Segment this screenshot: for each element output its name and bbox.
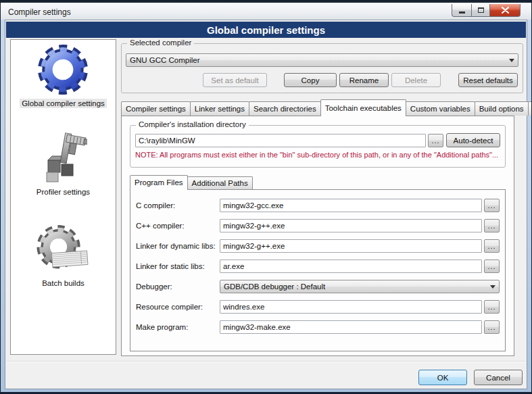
blue-gear-icon <box>37 43 89 97</box>
title-bar[interactable]: Compiler settings <box>1 1 531 20</box>
minimize-button[interactable] <box>452 4 471 17</box>
close-icon <box>502 7 509 14</box>
compiler-settings-dialog: Compiler settings Global compiler settin… <box>0 0 532 394</box>
reset-defaults-button[interactable]: Reset defaults <box>458 73 518 87</box>
sidebar-item-label: Global compiler settings <box>20 99 107 108</box>
field-row-make-program: Make program: ... <box>136 320 500 334</box>
rename-button[interactable]: Rename <box>339 73 389 87</box>
dialog-footer: OK Cancel <box>7 361 525 389</box>
tab-program-files[interactable]: Program Files <box>130 175 188 190</box>
browse-cpp-compiler-button[interactable]: ... <box>484 219 500 232</box>
c-compiler-input[interactable] <box>220 199 482 212</box>
selected-compiler-legend: Selected compiler <box>127 39 194 47</box>
selected-compiler-group: Selected compiler GNU GCC Compiler Set a… <box>121 43 523 93</box>
ok-button[interactable]: OK <box>418 370 467 385</box>
chevron-down-icon <box>509 59 514 62</box>
c-compiler-label: C compiler: <box>136 201 220 210</box>
chevron-down-icon <box>490 285 495 289</box>
field-row-resource-compiler: Resource compiler: ... <box>136 300 500 314</box>
resource-compiler-input[interactable] <box>220 300 482 314</box>
make-program-label: Make program: <box>136 323 220 331</box>
browse-make-program-button[interactable]: ... <box>484 320 500 334</box>
field-row-cpp-compiler: C++ compiler: ... <box>136 219 500 232</box>
minimize-icon <box>459 11 465 14</box>
page-header: Global compiler settings <box>6 22 526 38</box>
make-program-input[interactable] <box>220 320 482 334</box>
tab-toolchain-executables[interactable]: Toolchain executables <box>320 99 406 116</box>
browse-resource-compiler-button[interactable]: ... <box>484 300 500 314</box>
gray-gear-icon <box>36 222 91 276</box>
static-linker-input[interactable] <box>220 260 482 273</box>
main-panel: Selected compiler GNU GCC Compiler Set a… <box>121 43 523 356</box>
toolchain-executables-panel: Compiler's installation directory ... Au… <box>121 116 514 356</box>
sidebar-item-profiler-settings[interactable]: Profiler settings <box>34 131 92 197</box>
dialog-body: Global compiler settings <box>5 20 527 389</box>
sidebar-item-global-compiler-settings[interactable]: Global compiler settings <box>20 43 107 108</box>
field-row-static-linker: Linker for static libs: ... <box>136 260 500 273</box>
window-title: Compiler settings <box>8 7 71 17</box>
browse-c-compiler-button[interactable]: ... <box>484 199 500 212</box>
delete-button: Delete <box>391 73 441 87</box>
tab-search-directories[interactable]: Search directories <box>249 101 321 116</box>
field-row-debugger: Debugger: GDB/CDB debugger : Default <box>136 280 500 293</box>
close-button[interactable] <box>490 4 521 17</box>
compiler-select-value: GNU GCC Compiler <box>130 56 200 64</box>
settings-tabstrip: Compiler settings Linker settings Search… <box>121 99 514 116</box>
compiler-select[interactable]: GNU GCC Compiler <box>126 53 518 67</box>
maximize-button[interactable] <box>471 4 490 17</box>
tab-clipped[interactable] <box>528 101 532 116</box>
sidebar-item-batch-builds[interactable]: Batch builds <box>36 222 91 288</box>
compiler-actions: Set as default Copy Rename Delete Reset … <box>126 73 518 87</box>
installation-directory-legend: Compiler's installation directory <box>136 120 249 128</box>
set-as-default-button: Set as default <box>203 73 267 87</box>
debugger-select[interactable]: GDB/CDB debugger : Default <box>220 280 500 293</box>
bin-subdirectory-note: NOTE: All programs must exist either in … <box>135 151 500 159</box>
maximize-icon <box>478 7 484 13</box>
cpp-compiler-label: C++ compiler: <box>136 222 220 230</box>
browse-dynamic-linker-button[interactable]: ... <box>484 239 500 253</box>
cancel-button[interactable]: Cancel <box>474 370 523 385</box>
static-linker-label: Linker for static libs: <box>136 262 220 270</box>
sidebar-item-label: Batch builds <box>40 278 87 288</box>
program-files-tabstrip: Program Files Additional Paths <box>130 174 506 189</box>
browse-static-linker-button[interactable]: ... <box>484 260 500 273</box>
caliper-icon <box>39 131 87 185</box>
cpp-compiler-input[interactable] <box>220 219 482 232</box>
program-files-panel: C compiler: ... C++ compiler: ... Linker… <box>130 189 506 351</box>
page-title: Global compiler settings <box>207 24 325 36</box>
field-row-c-compiler: C compiler: ... <box>136 199 500 212</box>
tab-additional-paths[interactable]: Additional Paths <box>187 176 253 189</box>
tab-custom-variables[interactable]: Custom variables <box>406 101 475 116</box>
window-controls <box>452 4 521 17</box>
tab-build-options[interactable]: Build options <box>475 101 529 116</box>
sidebar-item-label: Profiler settings <box>34 187 92 197</box>
settings-sidebar: Global compiler settings <box>10 39 116 355</box>
dynamic-linker-label: Linker for dynamic libs: <box>136 242 220 250</box>
resource-compiler-label: Resource compiler: <box>136 303 220 311</box>
tab-linker-settings[interactable]: Linker settings <box>190 101 249 116</box>
installation-directory-group: Compiler's installation directory ... Au… <box>130 125 506 168</box>
copy-button[interactable]: Copy <box>284 73 337 87</box>
auto-detect-button[interactable]: Auto-detect <box>446 133 500 147</box>
browse-directory-button[interactable]: ... <box>428 134 443 147</box>
debugger-label: Debugger: <box>136 282 220 291</box>
installation-directory-input[interactable] <box>135 134 426 147</box>
debugger-select-value: GDB/CDB debugger : Default <box>224 282 325 291</box>
tab-compiler-settings[interactable]: Compiler settings <box>121 101 191 116</box>
field-row-dynamic-linker: Linker for dynamic libs: ... <box>136 239 500 253</box>
dynamic-linker-input[interactable] <box>220 239 482 253</box>
